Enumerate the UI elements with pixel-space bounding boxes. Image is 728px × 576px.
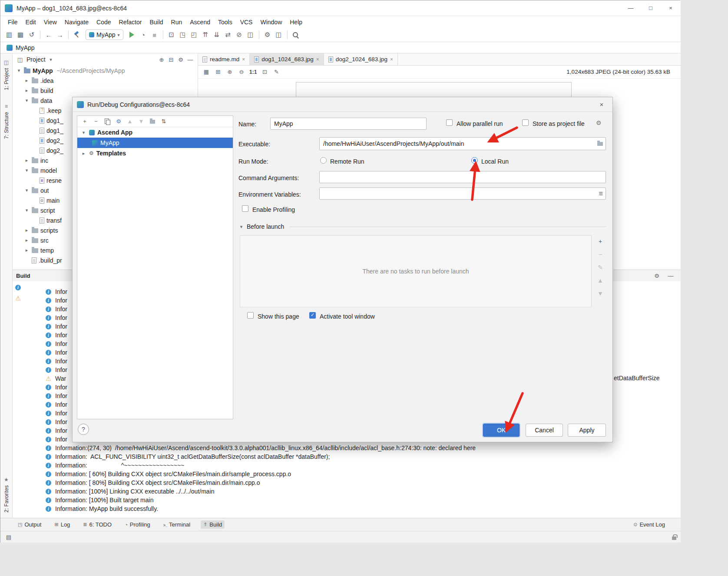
chevron-down-icon[interactable] bbox=[48, 57, 54, 63]
zoom-out-icon[interactable] bbox=[238, 68, 245, 76]
tool-window-switcher-icon[interactable] bbox=[5, 533, 13, 541]
menu-item[interactable]: View bbox=[40, 17, 61, 27]
settings-gear-icon[interactable] bbox=[177, 56, 185, 63]
actual-size-icon[interactable] bbox=[261, 68, 268, 76]
menu-item[interactable]: File bbox=[4, 17, 22, 27]
tool-stripe-project[interactable]: 1: Project bbox=[3, 59, 10, 90]
config-group-templates[interactable]: Templates bbox=[77, 148, 233, 158]
build-hammer-icon[interactable] bbox=[72, 30, 82, 40]
enable-profiling-checkbox[interactable] bbox=[242, 205, 248, 212]
search-icon[interactable] bbox=[291, 30, 301, 40]
add-task-icon[interactable] bbox=[596, 237, 605, 246]
move-task-up-icon[interactable] bbox=[596, 276, 605, 285]
coverage-icon[interactable] bbox=[234, 30, 245, 40]
remote-debug-icon[interactable] bbox=[189, 30, 199, 40]
tab-close-icon[interactable] bbox=[316, 56, 319, 63]
config-group-ascend-app[interactable]: Ascend App bbox=[77, 127, 233, 138]
settings-wrench-icon[interactable] bbox=[262, 30, 273, 40]
tab-readme[interactable]: readme.md bbox=[198, 53, 250, 65]
menu-item[interactable]: VCS bbox=[236, 17, 257, 27]
minimize-icon[interactable] bbox=[621, 0, 641, 16]
tool-window-button[interactable]: Terminal bbox=[161, 520, 193, 529]
edit-variables-icon[interactable] bbox=[599, 190, 603, 197]
copy-configuration-icon[interactable] bbox=[104, 118, 111, 125]
warning-filter-icon[interactable] bbox=[15, 295, 21, 302]
show-this-page-checkbox[interactable] bbox=[247, 312, 254, 319]
hide-panel-icon[interactable] bbox=[667, 272, 675, 280]
store-as-project-file-checkbox[interactable] bbox=[522, 119, 529, 126]
project-panel-title[interactable]: Project bbox=[26, 56, 46, 63]
environment-variables-input[interactable] bbox=[319, 188, 606, 200]
zoom-level[interactable]: 1:1 bbox=[249, 69, 257, 75]
chevron-icon[interactable] bbox=[81, 151, 86, 156]
stop-icon[interactable] bbox=[149, 30, 160, 40]
run-icon[interactable] bbox=[127, 30, 137, 40]
tab-dog2-image[interactable]: dog2_1024_683.jpg bbox=[324, 53, 398, 65]
tab-close-icon[interactable] bbox=[242, 56, 245, 63]
project-tree-item[interactable]: .idea bbox=[13, 76, 198, 86]
menu-item[interactable]: Navigate bbox=[61, 17, 93, 27]
menu-item[interactable]: Code bbox=[93, 17, 115, 27]
collapse-all-icon[interactable] bbox=[167, 56, 175, 63]
tool-window-button[interactable]: Profiling bbox=[122, 520, 153, 529]
name-input[interactable] bbox=[270, 118, 427, 130]
edit-task-icon[interactable] bbox=[596, 263, 605, 272]
menu-item[interactable]: Window bbox=[256, 17, 286, 27]
forward-icon[interactable] bbox=[55, 30, 65, 40]
event-log-button[interactable]: Event Log bbox=[631, 520, 668, 529]
remove-configuration-icon[interactable] bbox=[93, 118, 99, 125]
chevron-icon[interactable] bbox=[81, 130, 86, 135]
menu-item[interactable]: Run bbox=[167, 17, 186, 27]
move-down-icon[interactable] bbox=[138, 118, 145, 125]
ok-button[interactable]: OK bbox=[483, 424, 520, 437]
settings-gear-icon[interactable] bbox=[653, 272, 661, 280]
remove-task-icon[interactable] bbox=[596, 250, 605, 259]
menu-item[interactable]: Ascend bbox=[186, 17, 214, 27]
lock-icon[interactable] bbox=[672, 537, 676, 540]
move-task-down-icon[interactable] bbox=[596, 289, 605, 298]
project-tree-item[interactable]: build bbox=[13, 86, 198, 95]
allow-parallel-run-checkbox[interactable] bbox=[446, 119, 453, 126]
grid-icon[interactable] bbox=[214, 68, 222, 76]
hide-panel-icon[interactable] bbox=[186, 56, 194, 63]
remote-run-radio[interactable] bbox=[320, 157, 327, 164]
save-all-icon[interactable] bbox=[15, 30, 26, 40]
activate-tool-window-checkbox[interactable] bbox=[309, 312, 316, 319]
tool-window-button[interactable]: Output bbox=[15, 520, 44, 529]
maximize-icon[interactable] bbox=[641, 0, 661, 16]
tab-close-icon[interactable] bbox=[390, 56, 393, 63]
download-icon[interactable] bbox=[212, 30, 222, 40]
tool-window-button[interactable]: Build bbox=[201, 520, 225, 529]
executable-input[interactable] bbox=[319, 137, 606, 150]
menu-item[interactable]: Help bbox=[286, 17, 306, 27]
edit-defaults-icon[interactable] bbox=[115, 118, 122, 125]
apply-button[interactable]: Apply bbox=[568, 424, 606, 437]
menu-item[interactable]: Refactor bbox=[115, 17, 146, 27]
attach-icon[interactable] bbox=[166, 30, 177, 40]
tool-window-button[interactable]: 6: TODO bbox=[80, 520, 114, 529]
menu-item[interactable]: Tools bbox=[214, 17, 236, 27]
config-item-myapp[interactable]: MyApp bbox=[77, 138, 233, 148]
command-arguments-input[interactable] bbox=[319, 171, 606, 183]
project-structure-icon[interactable] bbox=[274, 30, 284, 40]
menu-item[interactable]: Edit bbox=[22, 17, 40, 27]
tool-stripe-structure[interactable]: 7: Structure bbox=[3, 103, 10, 139]
browse-folder-icon[interactable] bbox=[597, 142, 603, 146]
new-folder-icon[interactable] bbox=[149, 118, 156, 125]
info-filter-icon[interactable] bbox=[15, 285, 21, 290]
before-launch-task-list[interactable]: There are no tasks to run before launch bbox=[240, 235, 592, 307]
local-run-radio[interactable] bbox=[471, 157, 478, 164]
upload-icon[interactable] bbox=[200, 30, 211, 40]
chevron-icon[interactable] bbox=[16, 68, 22, 73]
open-icon[interactable] bbox=[4, 30, 14, 40]
pan-icon[interactable] bbox=[202, 68, 210, 76]
breadcrumb[interactable]: MyApp bbox=[16, 44, 35, 51]
close-icon[interactable] bbox=[661, 0, 681, 16]
dialog-close-icon[interactable] bbox=[595, 101, 608, 108]
chevron-icon[interactable] bbox=[238, 224, 244, 230]
help-button[interactable] bbox=[78, 424, 89, 435]
add-configuration-icon[interactable] bbox=[81, 118, 88, 125]
remote-run-icon[interactable] bbox=[178, 30, 188, 40]
monitor-icon[interactable] bbox=[245, 30, 256, 40]
sync-files-icon[interactable] bbox=[223, 30, 233, 40]
